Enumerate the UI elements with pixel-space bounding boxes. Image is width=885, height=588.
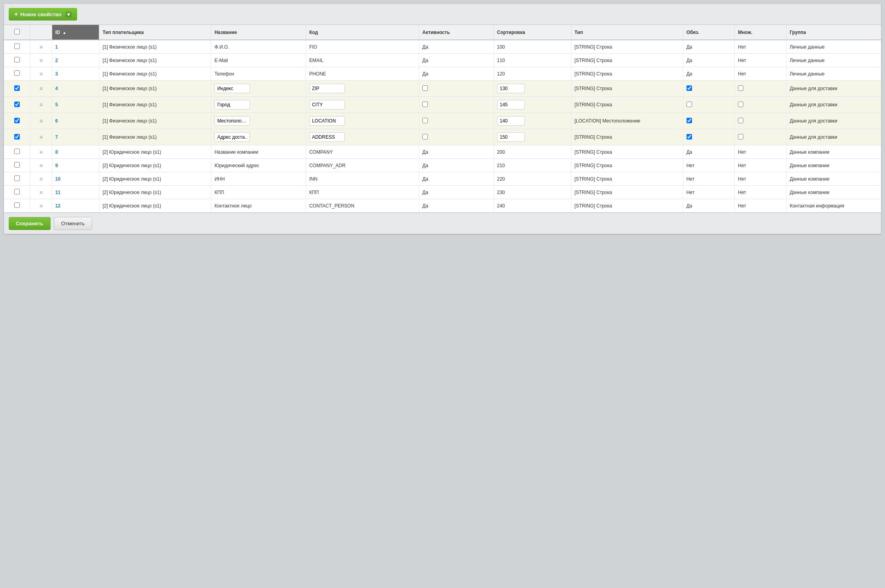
row-id-link[interactable]: 9 [55, 163, 58, 168]
header-activity[interactable]: Активность [419, 25, 494, 40]
row-code-cell [306, 129, 419, 145]
required-checkbox[interactable] [686, 118, 692, 123]
row-type-cell: [STRING] Строка [571, 145, 683, 159]
multiple-checkbox[interactable] [738, 102, 743, 107]
row-checkbox[interactable] [14, 162, 20, 168]
required-checkbox[interactable] [686, 102, 692, 107]
activity-checkbox[interactable] [422, 134, 428, 139]
row-id-link[interactable]: 4 [55, 86, 58, 91]
multiple-checkbox[interactable] [738, 118, 743, 123]
activity-checkbox[interactable] [422, 102, 428, 107]
row-checkbox[interactable] [14, 57, 20, 62]
header-type[interactable]: Тип [571, 25, 683, 40]
row-multiple-cell: Нет [735, 67, 787, 81]
header-multiple[interactable]: Множ. [735, 25, 787, 40]
drag-handle[interactable]: ≡ [30, 54, 52, 67]
sort-input[interactable] [497, 100, 525, 109]
header-name[interactable]: Название [211, 25, 306, 40]
drag-icon: ≡ [40, 162, 43, 169]
row-checkbox[interactable] [14, 175, 20, 181]
header-sort[interactable]: Сортировка [494, 25, 571, 40]
drag-handle[interactable]: ≡ [30, 172, 52, 186]
row-checkbox[interactable] [14, 189, 20, 194]
required-checkbox[interactable] [686, 134, 692, 139]
name-input[interactable] [214, 116, 250, 126]
row-checkbox[interactable] [14, 43, 20, 49]
required-checkbox[interactable] [686, 85, 692, 91]
row-checkbox[interactable] [14, 102, 20, 107]
row-payer-type: [2] Юридическое лицо (s1) [99, 159, 211, 172]
drag-handle[interactable]: ≡ [30, 97, 52, 113]
code-input[interactable] [309, 132, 345, 142]
multiple-checkbox[interactable] [738, 134, 743, 139]
header-required[interactable]: Обяз. [683, 25, 735, 40]
type-col-label: Тип [575, 30, 583, 35]
row-payer-type: [1] Физическое лицо (s1) [99, 40, 211, 54]
row-type-cell: [LOCATION] Местоположение [571, 113, 683, 129]
row-id-link[interactable]: 5 [55, 102, 58, 107]
row-multiple-cell [735, 81, 787, 97]
name-input[interactable] [214, 84, 250, 93]
row-id-link[interactable]: 2 [55, 58, 58, 63]
row-name-cell: E-Mail [211, 54, 306, 67]
row-id-link[interactable]: 10 [55, 176, 61, 182]
row-id-link[interactable]: 3 [55, 71, 58, 77]
sort-input[interactable] [497, 132, 525, 142]
activity-checkbox[interactable] [422, 85, 428, 91]
row-checkbox[interactable] [14, 85, 20, 91]
header-payer-type[interactable]: Тип плательщика [99, 25, 211, 40]
row-payer-type: [2] Юридическое лицо (s1) [99, 186, 211, 199]
new-property-button[interactable]: + Новое свойство ▾ [9, 8, 77, 21]
row-id-link[interactable]: 12 [55, 203, 61, 209]
drag-handle[interactable]: ≡ [30, 159, 52, 172]
drag-handle[interactable]: ≡ [30, 67, 52, 81]
drag-handle[interactable]: ≡ [30, 186, 52, 199]
row-checkbox[interactable] [14, 118, 20, 123]
code-input[interactable] [309, 100, 345, 109]
payer-type-col-label: Тип плательщика [102, 30, 144, 35]
drag-handle[interactable]: ≡ [30, 145, 52, 159]
row-activity-cell: Да [419, 54, 494, 67]
header-group[interactable]: Группа [786, 25, 881, 40]
select-all-checkbox[interactable] [14, 29, 20, 34]
row-id-link[interactable]: 1 [55, 44, 58, 50]
code-input[interactable] [309, 84, 345, 93]
multiple-checkbox[interactable] [738, 85, 743, 91]
save-button[interactable]: Сохранить [9, 217, 51, 230]
drag-icon: ≡ [40, 203, 43, 209]
drag-handle[interactable]: ≡ [30, 40, 52, 54]
table-row: ≡11[2] Юридическое лицо (s1)КППКППДа230[… [4, 186, 881, 199]
header-code[interactable]: Код [306, 25, 419, 40]
row-id-link[interactable]: 11 [55, 190, 61, 195]
row-sort-cell: 200 [494, 145, 571, 159]
name-input[interactable] [214, 132, 250, 142]
row-id-link[interactable]: 8 [55, 149, 58, 155]
drag-handle[interactable]: ≡ [30, 81, 52, 97]
row-name-cell: Название компании [211, 145, 306, 159]
header-id[interactable]: ID ▲ [52, 25, 99, 40]
name-input[interactable] [214, 100, 250, 109]
row-checkbox-cell [4, 67, 30, 81]
row-group-cell: Контактная информация [786, 199, 881, 213]
row-checkbox[interactable] [14, 202, 20, 208]
drag-handle[interactable]: ≡ [30, 129, 52, 145]
row-checkbox[interactable] [14, 70, 20, 76]
row-sort-cell: 100 [494, 40, 571, 54]
row-name-cell: Контактное лицо [211, 199, 306, 213]
row-group-cell: Данные компании [786, 172, 881, 186]
code-input[interactable] [309, 116, 345, 126]
sort-input[interactable] [497, 84, 525, 93]
drag-handle[interactable]: ≡ [30, 113, 52, 129]
sort-input[interactable] [497, 116, 525, 126]
row-id-link[interactable]: 7 [55, 134, 58, 140]
multiple-col-label: Множ. [738, 30, 752, 35]
row-checkbox[interactable] [14, 134, 20, 139]
row-id-link[interactable]: 6 [55, 118, 58, 124]
row-id-cell: 5 [52, 97, 99, 113]
row-checkbox[interactable] [14, 149, 20, 154]
cancel-button[interactable]: Отменить [54, 217, 92, 230]
table-row: ≡4[1] Физическое лицо (s1)[STRING] Строк… [4, 81, 881, 97]
drag-handle[interactable]: ≡ [30, 199, 52, 213]
activity-checkbox[interactable] [422, 118, 428, 123]
properties-table: ID ▲ Тип плательщика Название Код Активн… [4, 25, 881, 213]
